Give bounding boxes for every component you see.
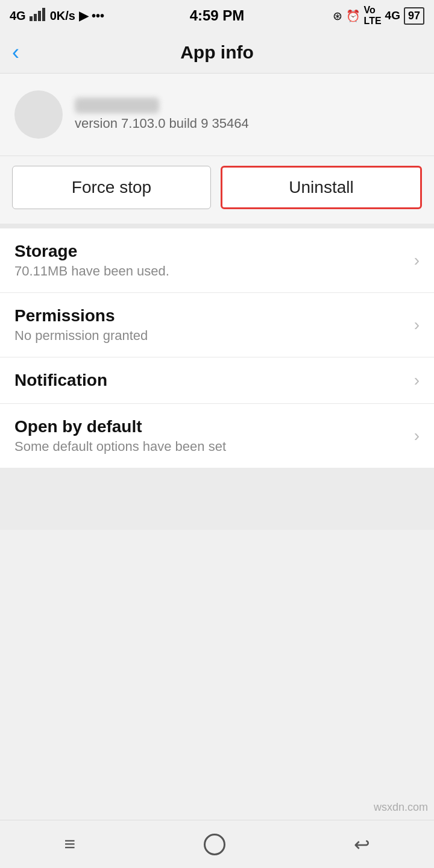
permissions-chevron: › (414, 315, 420, 335)
app-icon (14, 90, 63, 139)
storage-item[interactable]: Storage 70.11MB have been used. › (0, 228, 434, 293)
nav-bar: ‹ App info (0, 31, 434, 74)
network-4g: 4G (385, 9, 400, 22)
bluetooth-icon: ⊛ (333, 9, 342, 23)
action-buttons-container: Force stop Uninstall (0, 156, 434, 228)
notification-chevron: › (414, 371, 420, 390)
home-button[interactable] (204, 834, 225, 855)
status-right: ⊛ ⏰ VoLTE 4G 97 (333, 5, 424, 27)
open-by-default-content: Open by default Some default options hav… (14, 417, 226, 454)
status-left: 4G 0K/s ▶ ••• (10, 8, 104, 24)
alarm-icon: ⏰ (346, 9, 360, 23)
menu-button[interactable]: ≡ (64, 833, 75, 855)
svg-rect-0 (30, 16, 33, 21)
dots-icon: ••• (92, 9, 104, 23)
media-icon: ▶ (79, 8, 88, 23)
notification-content: Notification (14, 371, 107, 390)
open-by-default-subtitle: Some default options have been set (14, 439, 226, 454)
bottom-nav: ≡ ↩ (0, 820, 434, 868)
storage-chevron: › (414, 251, 420, 270)
status-time: 4:59 PM (190, 7, 245, 24)
app-name-blurred (75, 98, 159, 113)
notification-item[interactable]: Notification › (0, 357, 434, 404)
open-by-default-title: Open by default (14, 417, 226, 436)
force-stop-button[interactable]: Force stop (12, 166, 211, 209)
back-nav-button[interactable]: ↩ (354, 833, 370, 856)
info-list: Storage 70.11MB have been used. › Permis… (0, 228, 434, 468)
app-info-header: version 7.103.0 build 9 35464 (0, 74, 434, 156)
app-details: version 7.103.0 build 9 35464 (75, 98, 249, 131)
permissions-item[interactable]: Permissions No permission granted › (0, 293, 434, 357)
permissions-content: Permissions No permission granted (14, 306, 148, 344)
app-version: version 7.103.0 build 9 35464 (75, 116, 249, 131)
back-button[interactable]: ‹ (12, 42, 19, 63)
svg-rect-1 (34, 14, 37, 21)
svg-rect-3 (42, 8, 45, 21)
network-info: 4G (10, 9, 26, 23)
volte-icon: VoLTE (364, 5, 382, 27)
storage-content: Storage 70.11MB have been used. (14, 242, 169, 279)
notification-title: Notification (14, 371, 107, 390)
battery-indicator: 97 (404, 7, 424, 25)
main-content: Storage 70.11MB have been used. › Permis… (0, 228, 434, 530)
permissions-subtitle: No permission granted (14, 328, 148, 344)
signal-bars (30, 8, 46, 24)
uninstall-button[interactable]: Uninstall (221, 166, 422, 209)
status-bar: 4G 0K/s ▶ ••• 4:59 PM ⊛ ⏰ VoLTE 4G 97 (0, 0, 434, 31)
storage-title: Storage (14, 242, 169, 261)
permissions-title: Permissions (14, 306, 148, 326)
storage-subtitle: 70.11MB have been used. (14, 263, 169, 279)
open-by-default-chevron: › (414, 426, 420, 445)
open-by-default-item[interactable]: Open by default Some default options hav… (0, 404, 434, 468)
watermark: wsxdn.com (374, 801, 428, 814)
svg-rect-2 (38, 11, 41, 21)
data-speed: 0K/s (50, 9, 75, 23)
page-title: App info (180, 42, 254, 63)
